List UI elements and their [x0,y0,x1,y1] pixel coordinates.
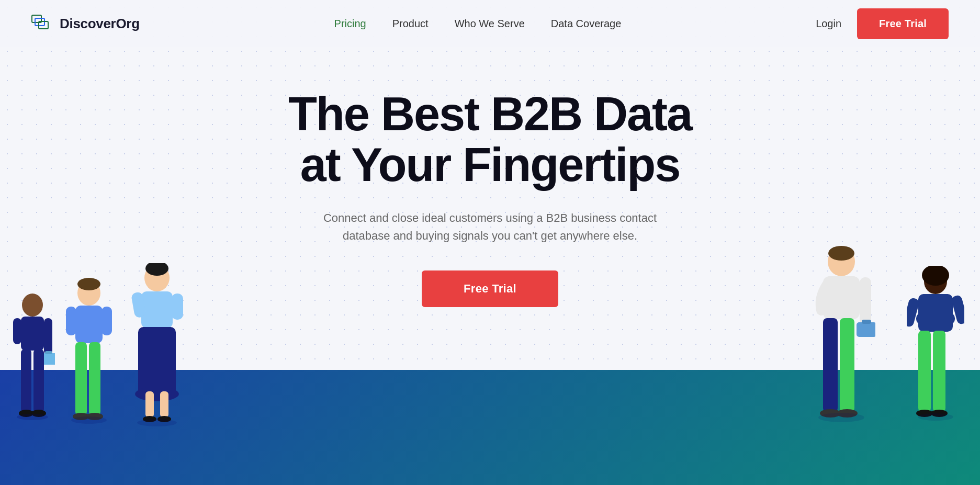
svg-rect-8 [45,351,52,354]
free-trial-button-hero[interactable]: Free Trial [422,270,558,307]
nav-links: Pricing Product Who We Serve Data Covera… [334,18,622,30]
bottom-band [0,370,980,485]
nav-who-we-serve[interactable]: Who We Serve [455,18,525,30]
hero-title: The Best B2B Data at Your Fingertips [288,89,692,190]
nav-pricing[interactable]: Pricing [334,18,366,30]
logo[interactable]: DiscoverOrg [31,15,140,32]
nav-data-coverage[interactable]: Data Coverage [551,18,622,30]
hero-section: The Best B2B Data at Your Fingertips Con… [0,47,980,328]
nav-product[interactable]: Product [392,18,429,30]
page-wrapper: DiscoverOrg Pricing Product Who We Serve… [0,0,980,485]
free-trial-button-nav[interactable]: Free Trial [857,8,949,39]
nav-right: Login Free Trial [816,8,949,39]
hero-subtitle: Connect and close ideal customers using … [320,209,660,245]
svg-rect-7 [41,353,55,365]
logo-icon [31,15,54,32]
logo-text: DiscoverOrg [60,16,140,32]
navbar: DiscoverOrg Pricing Product Who We Serve… [0,0,980,47]
login-link[interactable]: Login [816,18,841,30]
